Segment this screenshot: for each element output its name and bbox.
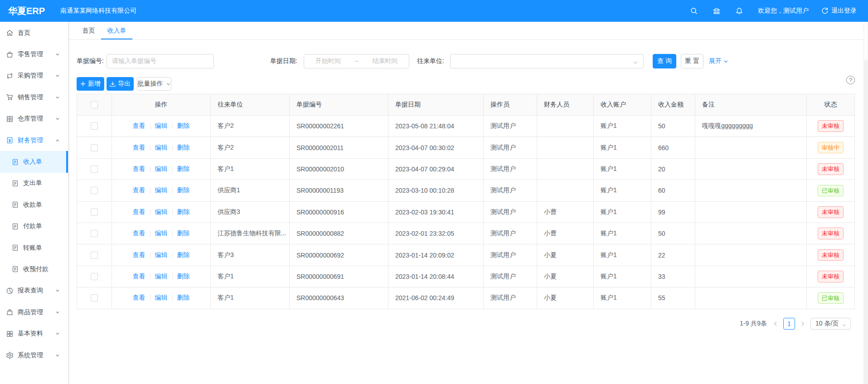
next-page-button[interactable] [798, 321, 808, 326]
view-link[interactable]: 查看 [133, 251, 145, 259]
logout-button[interactable]: 退出登录 [821, 7, 857, 15]
row-checkbox[interactable] [91, 252, 98, 259]
search-button[interactable]: 查 询 [653, 54, 676, 68]
chevron-down-icon [55, 117, 60, 121]
export-button[interactable]: 导出 [107, 77, 134, 91]
sidebar-item-system[interactable]: 系统管理 [0, 345, 68, 366]
view-link[interactable]: 查看 [133, 229, 145, 238]
cell-account: 账户1 [594, 223, 651, 244]
view-link[interactable]: 查看 [133, 186, 145, 194]
edit-link[interactable]: 编辑 [155, 294, 168, 302]
column-header-5: 操作员 [484, 94, 537, 116]
cell-account: 账户1 [594, 287, 651, 309]
app-logo: 华夏ERP [8, 5, 45, 17]
basic-icon [6, 330, 14, 338]
sidebar-item-payment-bill[interactable]: 付款单 [0, 216, 68, 237]
chevron-up-icon [55, 138, 60, 143]
cell-finance [537, 137, 594, 158]
delete-link[interactable]: 删除 [177, 272, 190, 281]
delete-link[interactable]: 删除 [177, 186, 190, 194]
cell-partner: 客户2 [211, 137, 290, 158]
select-all-checkbox[interactable] [91, 101, 98, 108]
sidebar-item-transfer-bill[interactable]: 转账单 [0, 237, 68, 258]
sidebar-item-expense-bill[interactable]: 支出单 [0, 173, 68, 194]
row-checkbox[interactable] [91, 144, 98, 151]
delete-link[interactable]: 删除 [177, 251, 190, 259]
help-icon[interactable]: ? [846, 76, 855, 84]
status-badge: 已审核 [818, 292, 844, 304]
page-1-button[interactable]: 1 [783, 318, 795, 330]
table-header-row: 操作往来单位单据编号单据日期操作员财务人员收入账户收入金额备注状态 [77, 94, 855, 116]
column-header-8: 收入金额 [651, 94, 695, 116]
delete-link[interactable]: 删除 [177, 208, 190, 216]
row-checkbox[interactable] [91, 230, 98, 237]
cell-finance [537, 116, 594, 137]
delete-link[interactable]: 删除 [177, 229, 190, 238]
view-link[interactable]: 查看 [133, 208, 145, 216]
tab-income-bill[interactable]: 收入单 [101, 22, 132, 39]
scrollbar-thumb[interactable] [864, 22, 868, 60]
page-scrollbar[interactable] [863, 22, 868, 384]
edit-link[interactable]: 编辑 [155, 251, 168, 259]
sidebar-item-goods[interactable]: 商品管理 [0, 301, 68, 323]
sidebar-item-basic[interactable]: 基本资料 [0, 323, 68, 344]
add-button[interactable]: 新增 [77, 77, 104, 91]
partner-select[interactable] [450, 54, 644, 68]
warehouse-icon [6, 115, 14, 123]
delete-link[interactable]: 删除 [177, 122, 190, 130]
view-link[interactable]: 查看 [133, 165, 145, 173]
system-icon [6, 351, 14, 359]
prev-page-button[interactable] [771, 321, 781, 326]
delete-link[interactable]: 删除 [177, 294, 190, 302]
sidebar-item-receipt-bill[interactable]: 收款单 [0, 194, 68, 215]
sidebar-item-finance[interactable]: 财务管理 [0, 130, 68, 151]
cell-remark [695, 137, 807, 158]
date-start-input[interactable]: 开始时间 [304, 57, 352, 65]
expand-link[interactable]: 展开 [709, 57, 728, 65]
cell-finance: 小夏 [537, 287, 594, 309]
row-checkbox[interactable] [91, 294, 98, 301]
row-checkbox[interactable] [91, 273, 98, 280]
view-link[interactable]: 查看 [133, 144, 145, 152]
tab-home[interactable]: 首页 [76, 22, 101, 39]
bill-no-input[interactable]: 请输入单据编号 [107, 54, 214, 68]
sidebar-item-purchase[interactable]: 采购管理 [0, 65, 68, 87]
batch-actions-button[interactable]: 批量操作 [137, 77, 171, 91]
view-link[interactable]: 查看 [133, 272, 145, 281]
edit-link[interactable]: 编辑 [155, 272, 168, 281]
reset-button[interactable]: 重 置 [681, 54, 703, 68]
page-size-select[interactable]: 10 条/页 [810, 318, 851, 330]
delete-link[interactable]: 删除 [177, 165, 190, 173]
bank-icon[interactable] [713, 7, 720, 15]
view-link[interactable]: 查看 [133, 294, 145, 302]
bell-icon[interactable] [736, 7, 743, 15]
row-checkbox[interactable] [91, 122, 98, 130]
cell-amount: 50 [651, 116, 695, 137]
edit-link[interactable]: 编辑 [155, 165, 168, 173]
cell-account: 账户1 [594, 158, 651, 180]
edit-link[interactable]: 编辑 [155, 144, 168, 152]
edit-link[interactable]: 编辑 [155, 208, 168, 216]
income-bill-table: 操作往来单位单据编号单据日期操作员财务人员收入账户收入金额备注状态 查看编辑删除… [77, 94, 855, 309]
sidebar-item-income-bill[interactable]: 收入单 [0, 151, 68, 172]
row-checkbox[interactable] [91, 209, 98, 216]
search-icon[interactable] [690, 7, 698, 15]
view-link[interactable]: 查看 [133, 122, 145, 130]
sidebar-item-report[interactable]: 报表查询 [0, 280, 68, 301]
edit-link[interactable]: 编辑 [155, 229, 168, 238]
cell-operator: 测试用户 [484, 116, 537, 137]
sidebar-item-advance-bill[interactable]: 收预付款 [0, 258, 68, 280]
pagination-total: 1-9 共9条 [740, 320, 767, 328]
row-checkbox[interactable] [91, 165, 98, 173]
sidebar-item-home[interactable]: 首页 [0, 22, 68, 44]
status-badge: 未审核 [818, 228, 844, 239]
sidebar-item-sales[interactable]: 销售管理 [0, 87, 68, 108]
date-end-input[interactable]: 结束时间 [361, 57, 409, 65]
delete-link[interactable]: 删除 [177, 144, 190, 152]
sidebar-item-retail[interactable]: 零售管理 [0, 44, 68, 65]
date-range-input[interactable]: 开始时间 ~ 结束时间 [304, 54, 409, 68]
row-checkbox[interactable] [91, 187, 98, 194]
edit-link[interactable]: 编辑 [155, 122, 168, 130]
edit-link[interactable]: 编辑 [155, 186, 168, 194]
sidebar-item-warehouse[interactable]: 仓库管理 [0, 108, 68, 130]
